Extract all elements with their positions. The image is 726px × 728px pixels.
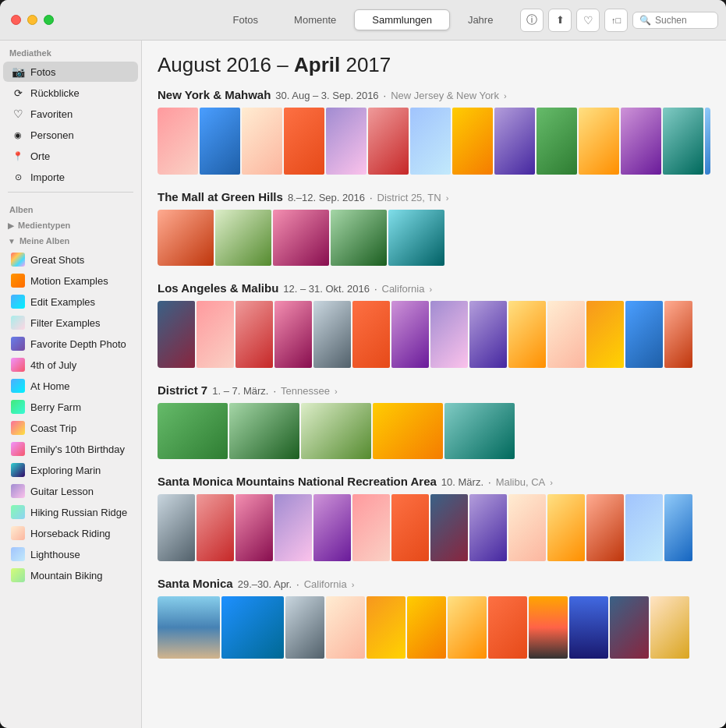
photo-cell[interactable] <box>621 108 661 175</box>
photo-strip[interactable] <box>158 494 710 561</box>
meine-alben-header[interactable]: ▼ Meine Alben <box>0 233 141 249</box>
fullscreen-button[interactable] <box>44 15 54 25</box>
medientypen-header[interactable]: ▶ Medientypen <box>0 217 141 233</box>
photo-cell[interactable] <box>488 596 527 659</box>
info-button[interactable]: ⓘ <box>520 9 544 32</box>
photo-cell[interactable] <box>285 596 324 659</box>
photo-cell[interactable] <box>444 403 515 459</box>
photo-cell[interactable] <box>664 301 692 368</box>
photo-cell[interactable] <box>274 301 312 368</box>
photo-cell[interactable] <box>313 494 351 561</box>
photo-cell[interactable] <box>625 301 663 368</box>
photo-cell[interactable] <box>274 494 312 561</box>
tab-momente[interactable]: Momente <box>276 9 354 30</box>
photo-cell[interactable] <box>197 301 234 368</box>
photo-cell[interactable] <box>242 108 282 175</box>
photo-cell[interactable] <box>469 301 507 368</box>
photo-cell[interactable] <box>301 403 371 459</box>
photo-cell[interactable] <box>650 596 689 659</box>
tab-jahre[interactable]: Jahre <box>450 9 512 30</box>
photo-cell[interactable] <box>158 108 198 175</box>
photo-cell[interactable] <box>663 108 703 175</box>
search-box[interactable]: 🔍 <box>632 12 718 29</box>
photo-cell[interactable] <box>373 403 443 459</box>
sidebar-item-mountain-biking[interactable]: Mountain Biking <box>3 565 138 585</box>
sidebar-item-hiking-russian[interactable]: Hiking Russian Ridge <box>3 502 138 522</box>
sidebar-item-lighthouse[interactable]: Lighthouse <box>3 544 138 564</box>
sidebar-item-horseback-riding[interactable]: Horseback Riding <box>3 523 138 543</box>
photo-cell[interactable] <box>352 301 390 368</box>
photo-cell[interactable] <box>215 210 271 266</box>
sidebar-item-rueckblicke[interactable]: ⟳ Rückblicke <box>3 83 138 103</box>
photo-cell[interactable] <box>221 596 284 659</box>
photo-cell[interactable] <box>331 210 387 266</box>
photo-cell[interactable] <box>452 108 493 175</box>
photo-cell[interactable] <box>705 108 710 175</box>
photo-strip[interactable] <box>158 596 710 659</box>
photo-cell[interactable] <box>284 108 324 175</box>
photo-cell[interactable] <box>407 596 446 659</box>
close-button[interactable] <box>11 15 21 25</box>
photo-cell[interactable] <box>410 108 451 175</box>
photo-cell[interactable] <box>494 108 535 175</box>
sidebar-item-filter-examples[interactable]: Filter Examples <box>3 313 138 333</box>
sidebar-item-personen[interactable]: ◉ Personen <box>3 125 138 145</box>
photo-cell[interactable] <box>448 596 487 659</box>
photo-cell[interactable] <box>326 596 365 659</box>
sidebar-item-importe[interactable]: ⊙ Importe <box>3 167 138 187</box>
collection-title[interactable]: New York & Mahwah <box>158 88 271 101</box>
photo-cell[interactable] <box>352 494 390 561</box>
tab-fotos[interactable]: Fotos <box>215 9 277 30</box>
sidebar-item-coast-trip[interactable]: Coast Trip <box>3 418 138 438</box>
photo-strip[interactable] <box>158 108 710 175</box>
collection-title[interactable]: Santa Monica Mountains National Recreati… <box>158 475 437 488</box>
photo-strip[interactable] <box>158 403 710 459</box>
photo-cell[interactable] <box>625 494 663 561</box>
sidebar-item-orte[interactable]: 📍 Orte <box>3 146 138 166</box>
sidebar-item-guitar-lesson[interactable]: Guitar Lesson <box>3 481 138 501</box>
chevron-right-icon[interactable]: › <box>446 193 449 203</box>
sidebar-item-4th-of-july[interactable]: 4th of July <box>3 355 138 375</box>
collection-title[interactable]: The Mall at Green Hills <box>158 190 283 203</box>
sidebar-item-edit-examples[interactable]: Edit Examples <box>3 292 138 312</box>
photo-cell[interactable] <box>586 494 624 561</box>
minimize-button[interactable] <box>27 15 37 25</box>
sidebar-item-favoriten[interactable]: ♡ Favoriten <box>3 104 138 124</box>
photo-cell[interactable] <box>610 596 649 659</box>
sidebar-item-at-home[interactable]: At Home <box>3 376 138 396</box>
chevron-right-icon[interactable]: › <box>335 387 338 396</box>
sidebar-item-exploring-marin[interactable]: Exploring Marin <box>3 460 138 480</box>
sidebar-item-great-shots[interactable]: Great Shots <box>3 249 138 270</box>
chevron-right-icon[interactable]: › <box>550 478 553 487</box>
photo-cell[interactable] <box>430 301 468 368</box>
photo-cell[interactable] <box>391 494 429 561</box>
photo-cell[interactable] <box>368 108 409 175</box>
tab-sammlungen[interactable]: Sammlungen <box>354 9 450 30</box>
photo-cell[interactable] <box>508 494 546 561</box>
photo-cell[interactable] <box>586 301 624 368</box>
photo-strip[interactable] <box>158 301 710 368</box>
photo-cell[interactable] <box>158 494 195 561</box>
search-input[interactable] <box>655 15 717 26</box>
heart-button[interactable]: ♡ <box>576 9 600 32</box>
photo-cell[interactable] <box>236 494 273 561</box>
photo-cell[interactable] <box>200 108 240 175</box>
chevron-right-icon[interactable]: › <box>352 580 355 589</box>
sidebar-item-motion-examples[interactable]: Motion Examples <box>3 270 138 291</box>
photo-cell[interactable] <box>388 210 444 266</box>
sidebar-item-favorite-depth[interactable]: Favorite Depth Photo <box>3 334 138 354</box>
photo-cell[interactable] <box>236 301 273 368</box>
photo-cell[interactable] <box>469 494 507 561</box>
photo-cell[interactable] <box>579 108 619 175</box>
photo-cell[interactable] <box>547 494 585 561</box>
collection-title[interactable]: District 7 <box>158 383 207 397</box>
sidebar-item-fotos[interactable]: 📷 Fotos <box>3 62 138 82</box>
sidebar-item-emily-birthday[interactable]: Emily's 10th Birthday <box>3 439 138 459</box>
photo-cell[interactable] <box>529 596 568 659</box>
photo-cell[interactable] <box>547 301 585 368</box>
photo-cell[interactable] <box>391 301 429 368</box>
photo-cell[interactable] <box>158 301 195 368</box>
share-button[interactable]: ⬆ <box>548 9 572 32</box>
photo-cell[interactable] <box>430 494 468 561</box>
photo-cell[interactable] <box>664 494 692 561</box>
